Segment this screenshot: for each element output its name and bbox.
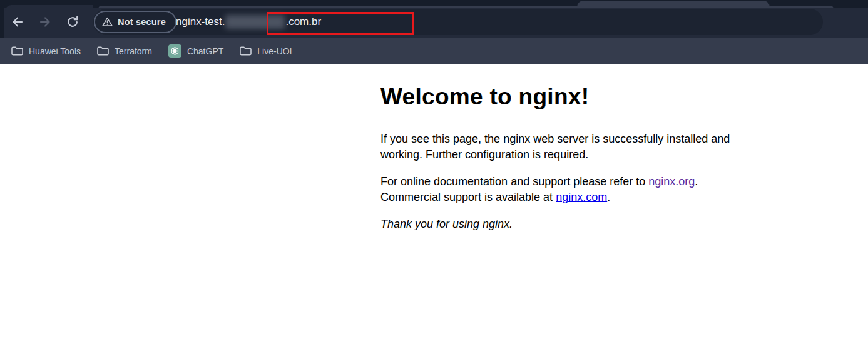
bookmark-label: Terraform xyxy=(115,46,152,56)
reload-icon xyxy=(66,16,79,31)
forward-button[interactable] xyxy=(36,14,54,33)
bookmark-chatgpt[interactable]: ChatGPT xyxy=(168,44,223,58)
bookmark-label: Live-UOL xyxy=(257,46,294,56)
bookmark-label: Huawei Tools xyxy=(29,46,81,56)
intro-paragraph: If you see this page, the nginx web serv… xyxy=(380,131,730,163)
folder-icon xyxy=(11,46,23,56)
back-arrow-icon xyxy=(11,16,24,31)
bookmark-folder-live-uol[interactable]: Live-UOL xyxy=(240,46,294,56)
annotation-red-box xyxy=(267,12,414,35)
security-chip[interactable]: Not secure xyxy=(94,11,176,33)
support-paragraph: For online documentation and support ple… xyxy=(380,174,730,205)
security-chip-label: Not secure xyxy=(118,17,166,27)
browser-window: Not secure nginx-test. .com.br Huawei To… xyxy=(0,0,868,344)
browser-toolbar: Not secure nginx-test. .com.br xyxy=(0,8,868,38)
page-title: Welcome to nginx! xyxy=(380,84,730,110)
bookmark-folder-huawei-tools[interactable]: Huawei Tools xyxy=(11,46,81,56)
nginx-com-link[interactable]: nginx.com xyxy=(556,191,607,203)
nginx-org-link[interactable]: nginx.org xyxy=(648,175,695,188)
address-bar[interactable]: Not secure nginx-test. .com.br xyxy=(93,9,823,35)
chatgpt-icon xyxy=(168,44,181,58)
nginx-welcome-content: Welcome to nginx! If you see this page, … xyxy=(380,84,730,232)
reload-button[interactable] xyxy=(63,14,82,33)
back-button[interactable] xyxy=(8,14,27,33)
bookmarks-bar: Huawei Tools Terraform xyxy=(0,38,868,64)
folder-icon xyxy=(240,46,252,56)
url-prefix: nginx-test. xyxy=(176,16,225,28)
page-viewport: Welcome to nginx! If you see this page, … xyxy=(0,64,868,344)
toolbar-corner xyxy=(5,5,93,11)
tab-strip xyxy=(0,0,868,8)
folder-icon xyxy=(97,46,109,56)
forward-arrow-icon xyxy=(39,16,51,31)
closing-line: Thank you for using nginx. xyxy=(380,216,730,232)
bookmark-folder-terraform[interactable]: Terraform xyxy=(97,46,152,56)
warning-triangle-icon xyxy=(102,17,113,27)
bookmark-label: ChatGPT xyxy=(187,46,223,56)
